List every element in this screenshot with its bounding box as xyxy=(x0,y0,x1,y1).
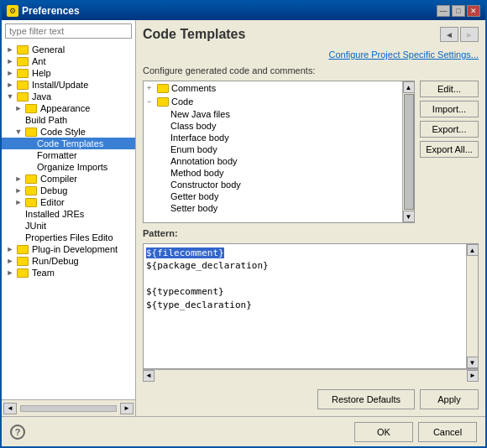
export-all-button[interactable]: Export All... xyxy=(420,141,479,158)
expand-icon xyxy=(13,115,24,125)
expand-icon xyxy=(5,268,15,278)
templates-tree: + Comments − Code New Java files Class xyxy=(144,81,402,222)
horiz-right[interactable]: ► xyxy=(467,370,479,382)
tmpl-interface-body[interactable]: Interface body xyxy=(144,132,402,143)
folder-icon xyxy=(17,57,29,66)
expand-icon xyxy=(13,232,24,242)
next-button[interactable]: ► xyxy=(120,403,134,414)
forward-nav-button[interactable]: ► xyxy=(460,27,479,42)
templates-tree-container: + Comments − Code New Java files Class xyxy=(143,81,415,223)
scroll-thumb[interactable] xyxy=(404,94,414,210)
expand-icon xyxy=(13,185,24,195)
code-label: Code xyxy=(171,96,193,107)
comments-group[interactable]: + Comments xyxy=(144,81,402,95)
sidebar-item-general[interactable]: General xyxy=(2,44,135,55)
expand-icon xyxy=(13,103,24,113)
expand-icon xyxy=(5,68,15,78)
export-button[interactable]: Export... xyxy=(420,121,479,138)
templates-area: + Comments − Code New Java files Class xyxy=(143,81,479,223)
sidebar-item-editor[interactable]: Editor xyxy=(2,196,135,208)
tmpl-getter-body[interactable]: Getter body xyxy=(144,190,402,202)
sidebar-item-java[interactable]: Java xyxy=(2,91,135,102)
sidebar-item-junit[interactable]: JUnit xyxy=(2,220,135,232)
help-button[interactable]: ? xyxy=(10,425,25,440)
sidebar-item-label: Team xyxy=(32,268,55,278)
minimize-button[interactable]: — xyxy=(437,5,450,17)
pattern-line-2: ${package_declaration} xyxy=(146,259,463,272)
import-button[interactable]: Import... xyxy=(420,101,479,117)
ok-cancel-buttons: OK Cancel xyxy=(354,422,477,442)
code-group[interactable]: − Code xyxy=(144,95,402,108)
sidebar-item-code-templates[interactable]: Code Templates xyxy=(2,138,135,149)
sidebar-item-properties[interactable]: Properties Files Edito xyxy=(2,232,135,243)
sidebar-item-install-update[interactable]: Install/Update xyxy=(2,79,135,91)
prev-button[interactable]: ◄ xyxy=(3,403,17,414)
pattern-line-3 xyxy=(146,273,463,285)
sidebar-item-label: Editor xyxy=(40,197,65,207)
folder-icon xyxy=(25,186,37,195)
sidebar-item-label: General xyxy=(32,44,65,55)
sidebar-item-debug[interactable]: Debug xyxy=(2,185,135,196)
cancel-button[interactable]: Cancel xyxy=(418,422,477,442)
back-nav-button[interactable]: ◄ xyxy=(440,27,458,42)
sidebar-item-compiler[interactable]: Compiler xyxy=(2,173,135,185)
pattern-area-container: ${filecomment} ${package_declaration} ${… xyxy=(143,243,479,369)
sidebar-item-code-style[interactable]: Code Style xyxy=(2,126,135,138)
pattern-scroll-down[interactable]: ▼ xyxy=(467,357,479,368)
sidebar-item-formatter[interactable]: Formatter xyxy=(2,149,135,161)
edit-button[interactable]: Edit... xyxy=(420,81,479,97)
sidebar-item-team[interactable]: Team xyxy=(2,267,135,279)
scroll-up[interactable]: ▲ xyxy=(403,81,415,93)
sidebar-item-label: Appearance xyxy=(40,103,90,113)
restore-apply-buttons: Restore Defaults Apply xyxy=(317,389,479,409)
sidebar-item-build-path[interactable]: Build Path xyxy=(2,114,135,126)
sidebar-item-run-debug[interactable]: Run/Debug xyxy=(2,255,135,267)
pattern-content: ${filecomment} ${package_declaration} ${… xyxy=(144,244,466,368)
maximize-button[interactable]: □ xyxy=(452,5,465,17)
panel-nav: ◄ ► xyxy=(440,27,479,42)
sidebar-item-plugin-dev[interactable]: Plug-in Development xyxy=(2,243,135,255)
footer: ? OK Cancel xyxy=(2,416,485,446)
sidebar-item-ant[interactable]: Ant xyxy=(2,55,135,67)
sidebar-item-label: JUnit xyxy=(25,221,46,231)
pattern-line-4: ${typecomment} xyxy=(146,285,463,298)
expand-icon xyxy=(5,256,15,266)
left-panel: General Ant Help Instal xyxy=(2,20,136,416)
configure-project-link[interactable]: Configure Project Specific Settings... xyxy=(328,49,479,60)
expand-icon xyxy=(25,150,35,160)
expand-icon xyxy=(5,244,15,254)
sidebar-item-help[interactable]: Help xyxy=(2,67,135,79)
expand-icon xyxy=(5,91,15,102)
tmpl-setter-body[interactable]: Setter body xyxy=(144,202,402,214)
bottom-nav: ◄ ► xyxy=(2,399,135,416)
horiz-left[interactable]: ◄ xyxy=(143,370,154,382)
tmpl-annotation-body[interactable]: Annotation body xyxy=(144,155,402,167)
sidebar-item-label: Java xyxy=(32,91,51,102)
scroll-down[interactable]: ▼ xyxy=(403,211,415,222)
right-panel: Code Templates ◄ ► Configure Project Spe… xyxy=(136,20,485,416)
sidebar-item-appearance[interactable]: Appearance xyxy=(2,102,135,114)
pattern-scroll-up[interactable]: ▲ xyxy=(467,244,479,256)
window-title: Preferences xyxy=(22,5,80,17)
close-button[interactable]: ✕ xyxy=(467,5,480,17)
restore-apply-section: Restore Defaults Apply xyxy=(143,386,479,409)
tmpl-enum-body[interactable]: Enum body xyxy=(144,143,402,155)
filter-input[interactable] xyxy=(5,23,132,39)
apply-button[interactable]: Apply xyxy=(420,389,479,409)
panel-title: Code Templates xyxy=(143,27,245,42)
tmpl-new-java-files[interactable]: New Java files xyxy=(144,108,402,120)
ok-button[interactable]: OK xyxy=(354,422,413,442)
horiz-track xyxy=(154,370,467,382)
pattern-horiz-scrollbar: ◄ ► xyxy=(143,369,479,381)
tmpl-method-body[interactable]: Method body xyxy=(144,167,402,179)
titlebar: ⚙ Preferences — □ ✕ xyxy=(2,2,485,20)
panel-header: Code Templates ◄ ► xyxy=(143,27,479,42)
sidebar-item-organize-imports[interactable]: Organize Imports xyxy=(2,161,135,173)
tmpl-constructor-body[interactable]: Constructor body xyxy=(144,179,402,190)
restore-defaults-button[interactable]: Restore Defaults xyxy=(317,389,415,409)
tmpl-class-body[interactable]: Class body xyxy=(144,120,402,132)
pattern-scrollbar: ▲ ▼ xyxy=(466,244,478,368)
window-icon: ⚙ xyxy=(7,5,18,17)
sidebar-item-installed-jres[interactable]: Installed JREs xyxy=(2,208,135,220)
folder-icon xyxy=(17,45,29,55)
